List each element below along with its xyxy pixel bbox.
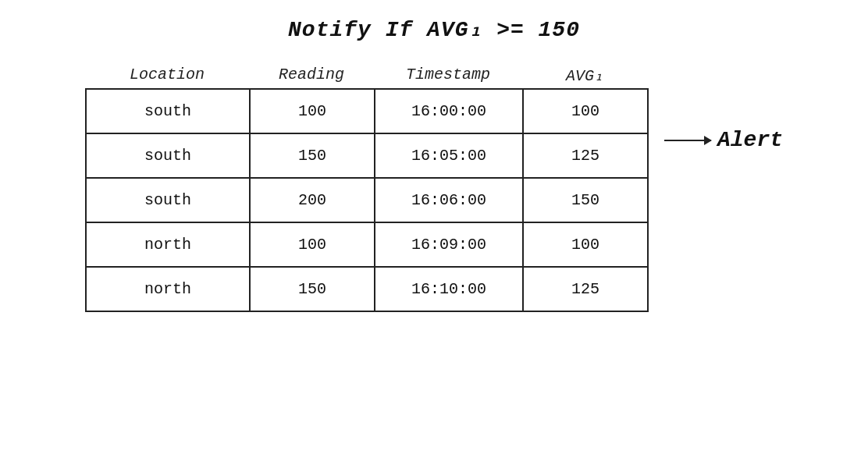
table-row: south15016:05:00125 bbox=[86, 133, 648, 178]
cell-timestamp-2: 16:06:00 bbox=[375, 178, 523, 222]
page-title: Notify If AVG₁ >= 150 bbox=[288, 16, 580, 42]
table-row: north10016:09:00100 bbox=[86, 222, 648, 267]
table-container: Location Reading Timestamp AVG₁ south100… bbox=[85, 66, 649, 312]
table-row: south10016:00:00100 bbox=[86, 89, 648, 133]
header-location: Location bbox=[85, 66, 249, 85]
cell-location-3: north bbox=[86, 222, 250, 267]
cell-reading-0: 100 bbox=[250, 89, 375, 133]
cell-avg-3: 100 bbox=[523, 222, 648, 267]
main-content: Location Reading Timestamp AVG₁ south100… bbox=[85, 66, 783, 312]
table-headers: Location Reading Timestamp AVG₁ bbox=[85, 66, 649, 85]
cell-avg-2: 150 bbox=[523, 178, 648, 222]
header-reading: Reading bbox=[249, 66, 374, 85]
cell-avg-1: 125 bbox=[523, 133, 648, 178]
cell-location-4: north bbox=[86, 267, 250, 311]
cell-timestamp-4: 16:10:00 bbox=[375, 267, 523, 311]
cell-avg-0: 100 bbox=[523, 89, 648, 133]
cell-reading-2: 200 bbox=[250, 178, 375, 222]
alert-section: Alert bbox=[664, 128, 783, 152]
cell-reading-3: 100 bbox=[250, 222, 375, 267]
table-row: north15016:10:00125 bbox=[86, 267, 648, 311]
header-avg: AVG₁ bbox=[522, 66, 647, 85]
alert-label: Alert bbox=[717, 128, 783, 152]
cell-reading-4: 150 bbox=[250, 267, 375, 311]
cell-timestamp-0: 16:00:00 bbox=[375, 89, 523, 133]
cell-avg-4: 125 bbox=[523, 267, 648, 311]
cell-timestamp-1: 16:05:00 bbox=[375, 133, 523, 178]
cell-location-0: south bbox=[86, 89, 250, 133]
alert-arrow bbox=[664, 140, 711, 141]
data-table: south10016:00:00100south15016:05:00125so… bbox=[85, 88, 649, 312]
cell-location-1: south bbox=[86, 133, 250, 178]
header-timestamp: Timestamp bbox=[374, 66, 522, 85]
cell-timestamp-3: 16:09:00 bbox=[375, 222, 523, 267]
cell-location-2: south bbox=[86, 178, 250, 222]
table-row: south20016:06:00150 bbox=[86, 178, 648, 222]
cell-reading-1: 150 bbox=[250, 133, 375, 178]
